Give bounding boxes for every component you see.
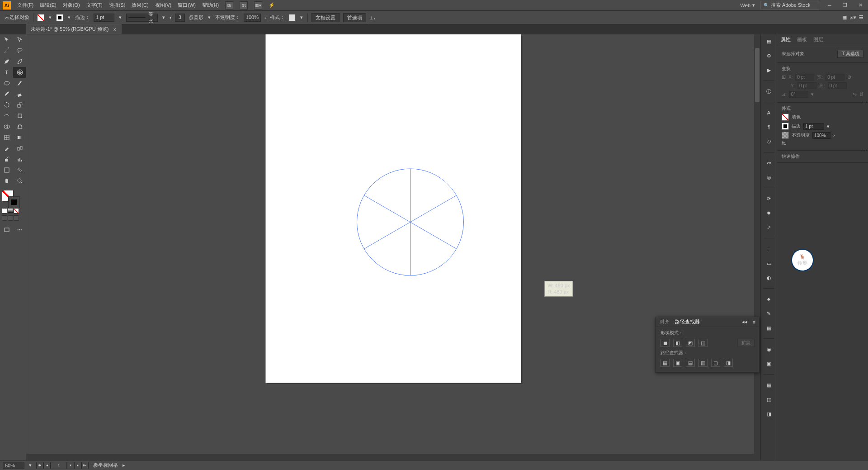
symbols-icon[interactable]: ♣ <box>764 294 774 304</box>
zoom-dd[interactable]: ▾ <box>29 462 32 468</box>
list-icon[interactable]: ☰ <box>859 14 863 20</box>
window-close[interactable]: ✕ <box>855 2 865 9</box>
style-dd[interactable]: ▾ <box>299 14 304 22</box>
intersect-icon[interactable]: ◩ <box>686 339 695 347</box>
w-input[interactable]: 0 pt <box>826 74 844 81</box>
asset-export-icon[interactable]: ▦ <box>764 380 774 390</box>
window-minimize[interactable]: ─ <box>825 2 835 9</box>
h-input[interactable]: 0 pt <box>828 82 847 89</box>
menu-help[interactable]: 帮助(H) <box>202 2 219 9</box>
tab-layers[interactable]: 图层 <box>813 36 823 43</box>
align-icon[interactable]: ⟂▾ <box>370 15 376 20</box>
libraries-icon[interactable]: ⚙ <box>764 51 774 61</box>
trim-icon[interactable]: ▣ <box>673 359 682 367</box>
none-mode-icon[interactable] <box>14 208 19 214</box>
info-icon[interactable]: ⓘ <box>764 86 774 96</box>
appearance-opacity-input[interactable]: 100% <box>812 132 830 139</box>
minus-back-icon[interactable]: ◨ <box>724 359 733 367</box>
menu-file[interactable]: 文件(F) <box>17 2 33 9</box>
isolate-icon[interactable]: ⊡▾ <box>849 14 856 20</box>
graphic-styles-icon[interactable]: ▣ <box>764 359 774 369</box>
eraser-tool[interactable] <box>13 89 26 100</box>
status-flyout-icon[interactable]: ▸ <box>123 462 125 468</box>
document-setup-button[interactable]: 文档设置 <box>311 13 340 22</box>
expand-button[interactable]: 扩展 <box>737 339 755 347</box>
perspective-tool[interactable] <box>13 121 26 132</box>
exclude-icon[interactable]: ◫ <box>698 339 708 347</box>
shape-builder-tool[interactable] <box>0 121 13 132</box>
lasso-tool[interactable] <box>13 45 26 56</box>
gradient-mode-icon[interactable] <box>8 208 13 214</box>
prev-artboard-icon[interactable]: ◂ <box>43 462 51 469</box>
window-restore[interactable]: ❐ <box>840 2 850 9</box>
document-tab[interactable]: 未标题-1* @ 50% (RGB/GPU 预览) × <box>26 24 122 34</box>
hand-tool[interactable] <box>0 176 13 186</box>
eyedropper-tool[interactable] <box>0 143 13 154</box>
canvas-scrollbar-h[interactable] <box>26 454 754 460</box>
canvas-scrollbar-v[interactable] <box>754 34 760 460</box>
direct-selection-tool[interactable] <box>13 34 26 45</box>
x-input[interactable]: 0 pt <box>795 74 814 81</box>
profile-dd[interactable]: ▾ <box>161 14 166 22</box>
edit-toolbar-icon[interactable]: ⋯ <box>13 224 26 235</box>
panel-collapse-icon[interactable]: ◂◂ <box>742 319 747 325</box>
polar-grid-shape[interactable] <box>356 168 465 276</box>
appearance-opacity-swatch[interactable] <box>782 132 789 139</box>
preferences-button[interactable]: 首选项 <box>343 13 366 22</box>
first-artboard-icon[interactable]: ⏮ <box>36 462 43 469</box>
menu-edit[interactable]: 编辑(E) <box>40 2 57 9</box>
stroke-swatch[interactable] <box>56 14 63 21</box>
transform-menu-icon[interactable]: ⋯ <box>860 100 865 105</box>
scale-tool[interactable] <box>13 100 26 110</box>
workspace-switcher[interactable]: Web▾ <box>741 2 755 8</box>
navigator-icon[interactable]: ⟳ <box>764 194 774 204</box>
appearance-stroke-swatch[interactable] <box>782 123 789 130</box>
actions-icon[interactable]: ▶ <box>764 65 774 75</box>
screen-mode-icon[interactable] <box>0 224 13 235</box>
fill-dd[interactable]: ▾ <box>48 14 52 22</box>
swatches-icon[interactable]: ▦ <box>764 323 774 333</box>
selection-tool[interactable] <box>0 34 13 45</box>
appearance-dock-icon[interactable]: ◉ <box>764 344 774 354</box>
opacity-input[interactable]: 100% <box>244 14 261 22</box>
tab-artboards[interactable]: 画板 <box>797 36 807 43</box>
opacity-flyout-icon[interactable]: › <box>833 133 835 138</box>
gpu-icon[interactable]: ⚡ <box>269 2 275 8</box>
divide-icon[interactable]: ▦ <box>660 359 670 367</box>
free-transform-tool[interactable] <box>13 110 26 121</box>
tool-options-button[interactable]: 工具选项 <box>837 50 863 58</box>
fill-stroke-proxy[interactable] <box>0 189 26 207</box>
stroke-weight-input[interactable]: 1 pt <box>94 14 114 22</box>
appearance-fill-swatch[interactable] <box>782 114 789 121</box>
pencil-tool[interactable] <box>0 89 13 100</box>
layers-dock-icon[interactable]: ◨ <box>764 409 774 419</box>
outline-icon[interactable]: ▢ <box>711 359 720 367</box>
type-tool[interactable]: T <box>0 67 13 78</box>
properties-icon[interactable]: ▤ <box>764 36 774 46</box>
column-graph-tool[interactable] <box>13 154 26 165</box>
menu-window[interactable]: 窗口(W) <box>178 2 196 9</box>
y-input[interactable]: 0 pt <box>797 82 816 89</box>
tab-properties[interactable]: 属性 <box>781 36 791 43</box>
transform-panel-icon[interactable]: ▦ <box>842 14 847 20</box>
magic-wand-tool[interactable] <box>0 45 13 56</box>
style-swatch[interactable] <box>288 14 296 21</box>
canvas-area[interactable]: W: 480 px H: 480 px <box>26 34 760 460</box>
width-tool[interactable] <box>0 110 13 121</box>
minus-front-icon[interactable]: ◧ <box>673 339 682 347</box>
appearance-stroke-input[interactable]: 1 pt <box>803 123 824 130</box>
flip-h-icon[interactable]: ⇋ <box>853 91 857 97</box>
flip-v-icon[interactable]: ⇵ <box>859 91 863 97</box>
pathfinder-dock-icon[interactable]: ▭ <box>764 258 774 268</box>
opentype-icon[interactable]: 𝑂 <box>764 137 774 147</box>
opacity-slider-icon[interactable]: › <box>264 15 266 20</box>
curvature-tool[interactable] <box>13 56 26 67</box>
slice-tool[interactable] <box>13 165 26 176</box>
export-icon[interactable]: ↗ <box>764 223 774 233</box>
stock-icon[interactable]: St <box>240 1 248 9</box>
crop-icon[interactable]: ▥ <box>698 359 708 367</box>
cc-icon[interactable]: ◎ <box>764 172 774 182</box>
polar-grid-tool[interactable] <box>13 67 26 78</box>
links-icon[interactable]: ⚯ <box>764 158 774 168</box>
arrange-docs-icon[interactable]: ▦▾ <box>254 1 262 9</box>
